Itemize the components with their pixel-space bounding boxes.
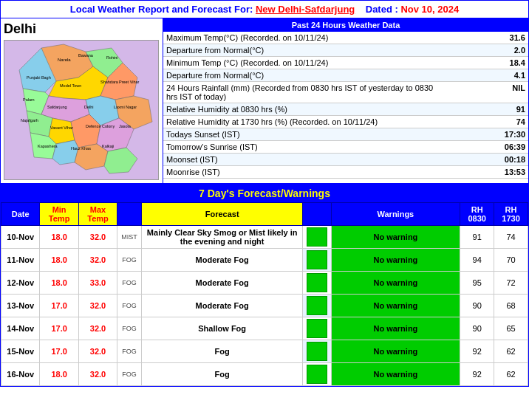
forecast-rh1730: 68 [494,295,528,317]
forecast-max-temp: 32.0 [78,340,117,363]
svg-text:Hauz Khas: Hauz Khas [71,146,91,151]
weather-value: 18.4 [437,57,529,69]
forecast-min-temp: 17.0 [40,295,78,317]
forecast-fog-type: FOG [117,317,142,340]
map-image: Narela Bawana Rohini Punjabi Bagh Model … [4,40,159,180]
weather-value: 13:53 [437,166,529,179]
weather-row: Todays Sunset (IST) 17:30 [163,128,528,141]
weather-label: Maximum Temp(°C) (Recorded. on 10/11/24) [163,32,437,44]
forecast-date: 16-Nov [1,363,40,386]
forecast-row: 14-Nov 17.0 32.0 FOG Shallow Fog No warn… [1,317,528,340]
forecast-max-temp: 32.0 [78,226,117,249]
svg-text:Shahdara: Shahdara [100,80,119,84]
weather-label: Moonrise (IST) [163,166,437,179]
col-max-temp: Max Temp [78,203,117,226]
svg-text:Defence Colony: Defence Colony [86,124,115,128]
header-dated-label: Dated : [366,4,398,15]
map-section: Delhi [1,18,163,183]
forecast-warning: No warning [331,272,460,295]
weather-data-section: Past 24 Hours Weather Data Maximum Temp(… [163,18,528,183]
forecast-date: 10-Nov [1,226,40,249]
svg-text:Model Town: Model Town [60,83,81,88]
weather-table: Maximum Temp(°C) (Recorded. on 10/11/24)… [163,32,528,179]
forecast-date: 15-Nov [1,340,40,363]
forecast-color-box [303,363,331,386]
weather-value: NIL [437,82,529,103]
forecast-fog-type: MIST [117,226,142,249]
forecast-description: Shallow Fog [141,317,302,340]
forecast-date: 14-Nov [1,317,40,340]
forecast-color-box [303,272,331,295]
svg-text:Narela: Narela [58,58,71,62]
forecast-fog-type: FOG [117,363,142,386]
weather-value: 4.1 [437,69,529,82]
col-rh0830: RH 0830 [460,203,494,226]
forecast-row: 13-Nov 17.0 32.0 FOG Moderate Fog No war… [1,295,528,317]
svg-text:Kapashera: Kapashera [38,144,58,148]
forecast-warning: No warning [331,226,460,249]
forecast-description: Moderate Fog [141,272,302,295]
col-forecast: Forecast [141,203,302,226]
forecast-warning: No warning [331,249,460,272]
svg-text:Najafgarh: Najafgarh [21,118,38,123]
forecast-fog-type: FOG [117,295,142,317]
forecast-rh0830: 94 [460,249,494,272]
forecast-rh1730: 74 [494,226,528,249]
forecast-rh1730: 65 [494,317,528,340]
svg-text:Rohini: Rohini [106,55,118,60]
forecast-row: 11-Nov 18.0 32.0 FOG Moderate Fog No war… [1,249,528,272]
svg-text:Jasola: Jasola [119,124,132,128]
forecast-rh1730: 70 [494,249,528,272]
forecast-date: 12-Nov [1,272,40,295]
page-header: Local Weather Report and Forecast For: N… [1,1,528,18]
forecast-header: 7 Day's Forecast/Warnings [1,185,528,202]
forecast-description: Fog [141,340,302,363]
forecast-warning: No warning [331,317,460,340]
weather-row: Tomorrow's Sunrise (IST) 06:39 [163,141,528,154]
weather-label: Relative Humidity at 0830 hrs (%) [163,103,437,116]
forecast-date: 13-Nov [1,295,40,317]
top-section: Delhi [1,18,528,185]
forecast-fog-type: FOG [117,272,142,295]
forecast-min-temp: 18.0 [40,226,78,249]
weather-value: 06:39 [437,141,529,154]
weather-row: Maximum Temp(°C) (Recorded. on 10/11/24)… [163,32,528,44]
svg-marker-11 [49,118,75,144]
forecast-rh1730: 62 [494,340,528,363]
col-warnings: Warnings [331,203,460,226]
forecast-rh0830: 91 [460,226,494,249]
col-rh1730: RH 1730 [494,203,528,226]
header-location: New Delhi-Safdarjung [256,4,355,15]
col-color [303,203,331,226]
weather-value: 2.0 [437,44,529,57]
svg-text:Laxmi Nagar: Laxmi Nagar [114,105,137,109]
svg-text:Preet Vihar: Preet Vihar [119,80,140,84]
forecast-description: Mainly Clear Sky Smog or Mist likely in … [141,226,302,249]
weather-value: 74 [437,116,529,128]
forecast-fog-type: FOG [117,249,142,272]
weather-row: Departure from Normal(°C) 2.0 [163,44,528,57]
forecast-max-temp: 32.0 [78,317,117,340]
weather-label: 24 Hours Rainfall (mm) (Recorded from 08… [163,82,437,103]
forecast-rh0830: 92 [460,363,494,386]
forecast-max-temp: 33.0 [78,272,117,295]
forecast-color-box [303,249,331,272]
forecast-row: 12-Nov 18.0 33.0 FOG Moderate Fog No war… [1,272,528,295]
weather-data-title: Past 24 Hours Weather Data [163,18,528,32]
svg-text:Vasant Vihar: Vasant Vihar [50,125,73,130]
forecast-warning: No warning [331,340,460,363]
forecast-fog-type: FOG [117,340,142,363]
forecast-color-box [303,340,331,363]
forecast-max-temp: 32.0 [78,249,117,272]
forecast-color-box [303,226,331,249]
weather-row: Moonrise (IST) 13:53 [163,166,528,179]
forecast-row: 16-Nov 18.0 32.0 FOG Fog No warning 92 6… [1,363,528,386]
weather-row: Minimum Temp (°C) (Recorded. on 10/11/24… [163,57,528,69]
weather-label: Todays Sunset (IST) [163,128,437,141]
weather-value: 31.6 [437,32,529,44]
weather-value: 00:18 [437,154,529,166]
weather-row: Departure from Normal(°C) 4.1 [163,69,528,82]
weather-row: 24 Hours Rainfall (mm) (Recorded from 08… [163,82,528,103]
weather-value: 17:30 [437,128,529,141]
svg-text:Kalkaji: Kalkaji [102,144,114,148]
